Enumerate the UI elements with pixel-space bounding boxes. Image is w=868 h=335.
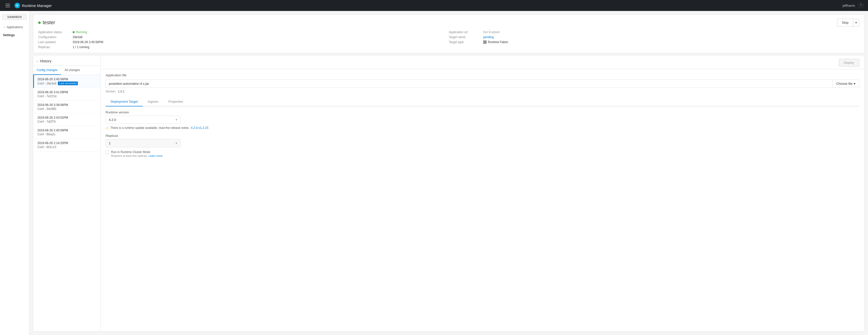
- replicas-label: Replicas: [105, 134, 859, 138]
- app-status-dot: [38, 22, 41, 24]
- runtime-version-section: Runtime version 4.2.0 ▾ ⚠ There is a run…: [105, 110, 859, 130]
- label-url: Application url:: [449, 30, 481, 34]
- cluster-mode-text: Run in Runtime Cluster Mode Requires at …: [111, 150, 162, 157]
- tab-properties[interactable]: Properties: [163, 97, 188, 106]
- value-target-name[interactable]: pending: [483, 35, 494, 39]
- history-tabs: Config changes All changes: [33, 66, 100, 75]
- info-row-updated: Last updated: 2019-06-26 3:45:56PM: [38, 40, 449, 44]
- file-picker-row: Choose file ▾: [105, 79, 859, 88]
- deploy-content: Application file Choose file ▾ Version 1…: [100, 69, 864, 161]
- history-item[interactable]: 2019-06-26 3:41:09PM Conf - 7e221d: [33, 88, 100, 101]
- version-value: 1.0.1: [118, 90, 125, 93]
- sidebar: SANDBOX ← Applications Settings: [0, 11, 29, 335]
- value-replicas: 1 / 1 running: [73, 45, 89, 49]
- info-row-target-name: Target name: pending: [449, 35, 859, 39]
- update-notice: ⚠ There is a runtime update available, r…: [105, 126, 859, 130]
- cluster-mode-row: Run in Runtime Cluster Mode Requires at …: [105, 150, 859, 157]
- replicas-section: Replicas 1 ▾: [105, 134, 859, 147]
- history-item-date: 2019-06-26 2:40:09PM: [37, 129, 97, 132]
- help-button[interactable]: ?: [858, 3, 864, 8]
- history-item[interactable]: 2019-06-26 2:40:09PM Conf - f84a2c: [33, 126, 100, 139]
- fabric-icon: [483, 40, 487, 44]
- hamburger-menu[interactable]: [4, 3, 11, 8]
- runtime-version-select[interactable]: 4.2.0 ▾: [105, 116, 180, 124]
- history-item-date: 2019-06-26 3:45:56PM: [37, 77, 97, 81]
- user-name: jeffharris: [842, 4, 855, 7]
- stop-caret-button[interactable]: ▾: [853, 19, 859, 26]
- history-header: ‹ History: [33, 55, 100, 66]
- history-item-date: 2019-06-26 2:14:25PM: [37, 141, 97, 145]
- value-updated: 2019-06-26 3:45:56PM: [73, 40, 103, 44]
- bottom-section: ‹ History Config changes All changes 201…: [33, 55, 865, 332]
- info-row-url: Application url: Not Enabled: [449, 30, 859, 34]
- brand-name: Runtime Manager: [22, 3, 52, 8]
- info-row-status: Application status: Running: [38, 30, 449, 34]
- app-name: tester: [43, 20, 55, 26]
- value-config: 28e3a5: [73, 35, 83, 39]
- history-item-conf: Conf - 7e221d: [37, 95, 97, 98]
- app-file-label: Application file: [105, 73, 859, 77]
- app-title-inner: tester: [38, 20, 55, 26]
- deploy-button[interactable]: Deploy: [839, 59, 859, 67]
- info-row-target-type: Target type: Runtime Fabric: [449, 40, 859, 44]
- value-target-type: Runtime Fabric: [483, 40, 508, 44]
- file-name-input[interactable]: [105, 79, 833, 88]
- cluster-mode-checkbox[interactable]: [105, 150, 109, 154]
- label-target-name: Target name:: [449, 35, 481, 39]
- sub-tabs: Deployment Target Ingress Properties: [105, 97, 859, 106]
- history-item-conf: Conf - 34c990: [37, 107, 97, 111]
- env-badge: SANDBOX: [2, 14, 27, 20]
- label-target-type: Target type:: [449, 40, 481, 44]
- cluster-mode-sublabel: Requires at least two replicas. Learn mo…: [111, 154, 162, 157]
- history-item-conf: Conf - f84a2c: [37, 133, 97, 136]
- choose-file-caret-icon: ▾: [854, 82, 856, 86]
- history-item-conf: Conf - 7d2f79: [37, 120, 97, 123]
- sidebar-item-settings[interactable]: Settings: [0, 31, 29, 39]
- select-caret-icon: ▾: [176, 118, 177, 122]
- history-title: History: [40, 59, 52, 63]
- replicas-select[interactable]: 1 ▾: [105, 139, 180, 147]
- app-info-grid: Application status: Running Configuratio…: [38, 30, 859, 49]
- label-config: Configuration:: [38, 35, 71, 39]
- history-item[interactable]: 2019-06-26 2:43:52PM Conf - 7d2f79: [33, 113, 100, 126]
- history-item[interactable]: 2019-06-26 2:14:25PM Conf - 601c13: [33, 139, 100, 152]
- label-replicas: Replicas:: [38, 45, 71, 49]
- running-dot: [73, 31, 74, 33]
- choose-file-button[interactable]: Choose file ▾: [833, 79, 859, 88]
- label-updated: Last updated:: [38, 40, 71, 44]
- sidebar-nav: ← Applications Settings: [0, 22, 29, 41]
- label-status: Application status:: [38, 30, 71, 34]
- tab-ingress[interactable]: Ingress: [143, 97, 163, 106]
- history-panel: ‹ History Config changes All changes 201…: [33, 55, 100, 331]
- brand: R Runtime Manager: [14, 3, 52, 8]
- history-item-date: 2019-06-26 2:43:52PM: [37, 116, 97, 120]
- app-title-row: tester Stop ▾: [38, 19, 859, 26]
- learn-more-link[interactable]: Learn more: [149, 154, 162, 157]
- history-back-button[interactable]: ‹: [37, 59, 38, 63]
- history-item-conf: Conf - 28e3a5 Last successful: [37, 81, 97, 85]
- content-area: tester Stop ▾ Application status: Runnin…: [29, 11, 868, 335]
- app-header-card: tester Stop ▾ Application status: Runnin…: [33, 14, 865, 53]
- tab-all-changes[interactable]: All changes: [61, 66, 83, 75]
- app-info-right: Application url: Not Enabled Target name…: [449, 30, 859, 49]
- value-url: Not Enabled: [483, 30, 500, 34]
- deploy-panel: Deploy Application file Choose file ▾ Ve…: [100, 55, 864, 331]
- brand-logo: R: [14, 3, 20, 8]
- main-layout: SANDBOX ← Applications Settings tester S…: [0, 11, 868, 335]
- history-list: 2019-06-26 3:45:56PM Conf - 28e3a5 Last …: [33, 75, 100, 331]
- stop-button[interactable]: Stop: [837, 19, 853, 26]
- history-item-conf: Conf - 601c13: [37, 145, 97, 149]
- update-link[interactable]: 4.2.0-v1.2.15: [191, 126, 208, 130]
- sidebar-item-applications[interactable]: ← Applications: [0, 24, 29, 31]
- value-status: Running: [73, 30, 87, 34]
- runtime-version-label: Runtime version: [105, 110, 859, 114]
- history-item-date: 2019-06-26 3:39:06PM: [37, 103, 97, 107]
- top-nav: R Runtime Manager jeffharris ?: [0, 0, 868, 11]
- tab-config-changes[interactable]: Config changes: [33, 66, 61, 75]
- tab-deployment-target[interactable]: Deployment Target: [105, 97, 143, 106]
- info-row-config: Configuration: 28e3a5: [38, 35, 449, 39]
- deploy-header: Deploy: [100, 55, 864, 69]
- history-item[interactable]: 2019-06-26 3:45:56PM Conf - 28e3a5 Last …: [33, 75, 100, 88]
- stop-btn-group: Stop ▾: [837, 19, 859, 26]
- history-item[interactable]: 2019-06-26 3:39:06PM Conf - 34c990: [33, 101, 100, 113]
